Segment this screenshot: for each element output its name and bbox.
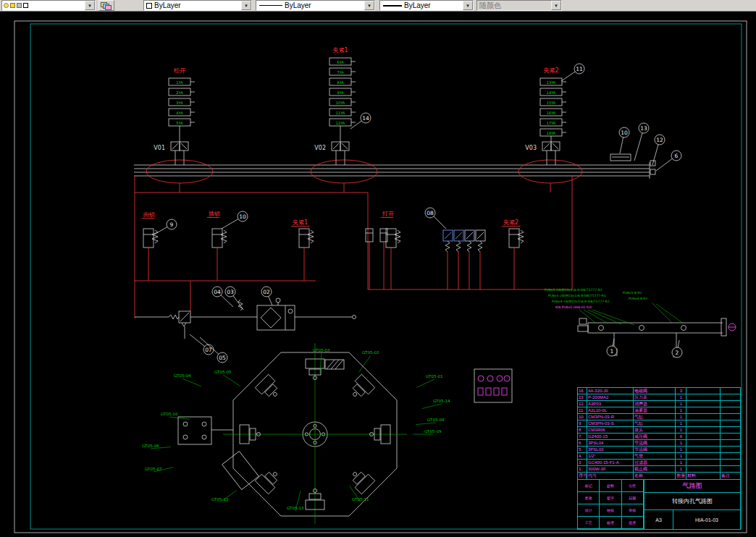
drawing-text: GT05-12 xyxy=(211,497,228,502)
drawing-text: 14YA xyxy=(547,90,556,95)
drawing-text: GT05-02 xyxy=(362,350,379,355)
cylinder-symbol xyxy=(366,229,373,289)
layer-on-icon xyxy=(4,3,9,8)
drawing-text: 插锁 xyxy=(209,211,220,217)
drawing-title: 气路图 xyxy=(644,480,740,493)
color-value: ByLayer xyxy=(152,1,241,9)
title-block: 标记处数分区更改签字日期设计校核审核工艺标准批准 气路图 转接内孔气路图 A3 … xyxy=(578,480,740,529)
valve-symbol xyxy=(476,230,485,289)
chevron-down-icon: ▼ xyxy=(551,1,561,10)
callout-balloon: 11 xyxy=(561,64,584,81)
drawing-text: 夹紧2 xyxy=(503,219,518,226)
callout-balloon: 9 xyxy=(154,219,177,234)
drawing-text: PU6x4-2A(M10x1)A-8-GB/T5777-R2 xyxy=(552,300,610,303)
drawing-text: KIA PU8x5 (HIA-01-03) xyxy=(555,305,592,309)
drawing-text: 03 xyxy=(227,289,234,295)
table-row: 8CM3R06接头1 xyxy=(578,427,740,434)
junction-block xyxy=(474,369,512,402)
bom-header: 序号代号名称数量材料备注 xyxy=(578,473,740,480)
drawing-text: 夹紧1 xyxy=(293,219,308,226)
project-name: 转接内孔气路图 xyxy=(644,493,740,510)
drawing-text: PU6x4-8-R1 xyxy=(629,297,648,300)
callout-balloon: 13 xyxy=(634,123,649,161)
drawing-text: 6 xyxy=(675,153,679,159)
layers-dialog-button[interactable] xyxy=(98,0,114,11)
layer-freeze-icon xyxy=(10,3,15,8)
layer-combo[interactable]: ▼ xyxy=(1,0,96,11)
air-prep-unit xyxy=(135,298,356,339)
air-bus xyxy=(134,154,655,179)
table-row: 7GZ400-15减压阀6 xyxy=(578,434,740,440)
chevron-down-icon[interactable]: ▼ xyxy=(241,1,251,10)
table-row: 63PSL04节流阀1 xyxy=(578,440,740,447)
linetype-combo[interactable]: ByLayer ▼ xyxy=(256,0,375,11)
drawing-text: GT05-11 xyxy=(352,497,369,502)
drawing-text: 16YA xyxy=(547,111,556,115)
cylinder-symbol xyxy=(299,229,314,281)
machine-centerlines xyxy=(223,343,407,524)
drawing-text: 2 xyxy=(676,350,679,356)
drawing-text: V01 xyxy=(154,145,165,151)
drawing-text: 9YA xyxy=(337,90,344,95)
table-row: 11A2L10-0L油雾器1 xyxy=(578,407,740,414)
callout-balloon: 07 xyxy=(190,334,214,355)
machine-station xyxy=(347,466,375,494)
machine-station xyxy=(255,466,283,494)
valve-stack: 夹紧213YA14YA15YA16YA17YA18YAV03 xyxy=(525,67,566,165)
drawing-text: 12YA xyxy=(336,121,345,125)
drawing-text: GT05-08 xyxy=(427,418,445,422)
table-row: 41/2"气管1 xyxy=(578,453,740,460)
drawing-text: 10 xyxy=(239,213,246,220)
machine-station xyxy=(347,374,375,402)
table-row: 13P-200MA2压力表1 xyxy=(578,394,740,401)
table-row: 53PSL03节流阀1 xyxy=(578,447,740,453)
title-cell: 分区 xyxy=(622,480,644,492)
chevron-down-icon[interactable]: ▼ xyxy=(463,1,473,10)
drawing-number: HIA-01-03 xyxy=(673,510,740,529)
layer-color-swatch xyxy=(23,3,28,8)
drawing-text: GT05-09 xyxy=(424,429,442,434)
table-row: 1300W-3F截止阀1 xyxy=(578,466,740,473)
table-row: 9CM3PN-03-S气缸1 xyxy=(578,420,740,427)
drawing-text: 13YA xyxy=(547,80,556,85)
drawing-text: 17YA xyxy=(547,121,556,125)
chevron-down-icon[interactable]: ▼ xyxy=(364,1,374,10)
drawing-text: GT05-13 xyxy=(287,506,304,510)
model-space[interactable]: 松开1YA2YA3YA4YA5YAV01夹紧16YA7YA8YA9YA10YA1… xyxy=(0,12,756,537)
drawing-text: 11YA xyxy=(336,111,345,115)
color-combo[interactable]: ByLayer ▼ xyxy=(143,0,252,11)
title-cell: 处数 xyxy=(600,480,621,492)
properties-toolbar: ▼ ByLayer ▼ ByLayer ▼ ByLayer ▼ 随颜色 ▼ xyxy=(0,0,756,12)
drawing-text: 10YA xyxy=(336,101,345,105)
valve-stack: 夹紧16YA7YA8YA9YA10YA11YA12YAV02 xyxy=(314,47,356,165)
drawing-text: GT05-03 xyxy=(313,348,330,352)
plotstyle-combo: 随颜色 ▼ xyxy=(476,0,562,11)
drawing-text: 1 xyxy=(610,348,614,355)
drawing-text: 8YA xyxy=(337,80,344,85)
drawing-text: 3YA xyxy=(176,101,183,105)
drawing-text: 14 xyxy=(362,115,369,122)
callout-balloon: 03 xyxy=(225,287,243,310)
drawing-text: 15YA xyxy=(547,101,556,105)
title-cell: 校核 xyxy=(600,504,621,517)
drawing-text: 6YA xyxy=(337,60,344,64)
cylinder-symbol xyxy=(380,229,387,289)
chevron-down-icon[interactable]: ▼ xyxy=(85,1,95,10)
table-row: 164A-320-J0电磁阀3 xyxy=(578,388,740,394)
title-cell: 批准 xyxy=(622,517,644,529)
title-cell: 标准 xyxy=(600,517,621,529)
machine-station xyxy=(255,374,283,402)
drawing-text: 02 xyxy=(263,289,270,295)
title-cell: 日期 xyxy=(622,492,644,504)
drawing-text: 18YA xyxy=(547,131,556,135)
drawing-text: 7YA xyxy=(337,70,344,75)
drawing-text: PU8x5-8-R2 xyxy=(623,291,642,295)
drawing-text: 5YA xyxy=(176,121,183,125)
lineweight-combo[interactable]: ByLayer ▼ xyxy=(379,0,474,11)
title-cell: 更改 xyxy=(578,492,600,504)
title-block-cells: 标记处数分区更改签字日期设计校核审核工艺标准批准 xyxy=(578,480,644,529)
callout-balloon: 10 xyxy=(222,211,248,229)
sheet-size: A3 xyxy=(644,510,673,529)
title-cell: 工艺 xyxy=(578,517,600,529)
drawing-text: 13 xyxy=(640,125,647,132)
